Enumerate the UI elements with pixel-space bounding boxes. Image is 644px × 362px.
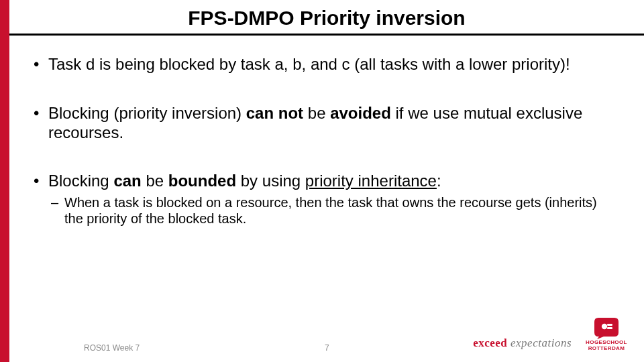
sub-bullet-1: When a task is blocked on a resource, th… (48, 195, 610, 227)
bullet-3-seg-f: priority inheritance (305, 172, 437, 190)
title-wrap: FPS-DMPO Priority inversion (9, 7, 644, 29)
brand-tagline: exceed expectations (473, 337, 572, 350)
footer-page-number: 7 (325, 343, 329, 353)
slide-title: FPS-DMPO Priority inversion (188, 7, 465, 29)
brand-word-2: expectations (507, 337, 572, 349)
bullet-1: Task d is being blocked by task a, b, an… (31, 55, 610, 74)
sub-bullet-1-text: When a task is blocked on a resource, th… (64, 195, 597, 226)
footer-left: ROS01 Week 7 (84, 343, 140, 353)
bullet-3-seg-b: can (113, 172, 141, 190)
title-underline (9, 34, 644, 36)
bullet-3-seg-d: bounded (168, 172, 236, 190)
bullet-2-seg-b: can not (246, 104, 303, 122)
svg-rect-2 (607, 327, 612, 329)
bullet-list: Task d is being blocked by task a, b, an… (31, 55, 610, 227)
logo-text-line2: ROTTERDAM (577, 346, 636, 351)
bullet-2-seg-c: be (303, 104, 330, 122)
school-logo: HOGESCHOOL ROTTERDAM (577, 318, 636, 351)
sub-bullet-list: When a task is blocked on a resource, th… (48, 195, 610, 227)
bullet-2: Blocking (priority inversion) can not be… (31, 104, 610, 143)
bullet-2-seg-d: avoided (330, 104, 391, 122)
slide: FPS-DMPO Priority inversion Task d is be… (0, 0, 644, 362)
logo-icon (594, 318, 619, 339)
footer: ROS01 Week 7 7 exceed expectations HOGES… (0, 335, 644, 353)
bullet-3: Blocking can be bounded by using priorit… (31, 172, 610, 227)
bullet-3-seg-g: : (437, 172, 441, 190)
bullet-3-seg-e: by using (236, 172, 305, 190)
accent-bar (0, 0, 9, 362)
content-area: Task d is being blocked by task a, b, an… (31, 55, 610, 231)
brand-word-1: exceed (473, 337, 507, 349)
bullet-3-seg-c: be (142, 172, 168, 190)
bullet-2-seg-a: Blocking (priority inversion) (48, 104, 246, 122)
svg-point-0 (602, 324, 607, 329)
bullet-3-seg-a: Blocking (48, 172, 113, 190)
svg-rect-1 (607, 324, 612, 326)
bullet-1-text: Task d is being blocked by task a, b, an… (48, 55, 570, 73)
